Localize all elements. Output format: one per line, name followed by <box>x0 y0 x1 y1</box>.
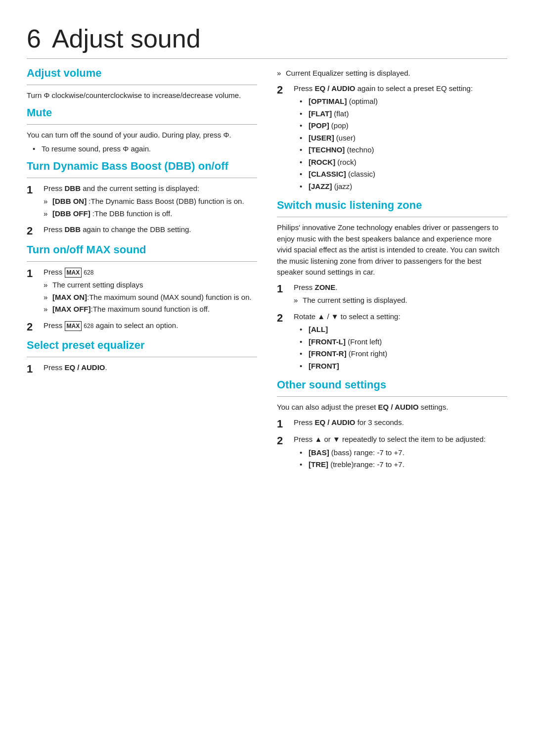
switch-zone-step1-text: Press ZONE. <box>294 283 337 291</box>
max-step1-text: Press MAX 628 <box>44 268 93 276</box>
max-steps: 1 Press MAX 628 The current setting disp… <box>27 267 257 334</box>
list-item: [DBB OFF] :The DBB function is off. <box>44 208 257 220</box>
section-mute: Mute You can turn off the sound of your … <box>27 106 257 155</box>
other-sound-step2-text: Press ▲ or ▼ repeatedly to select the it… <box>294 435 486 443</box>
divider-switch-zone <box>277 217 507 217</box>
section-title-dbb: Turn Dynamic Bass Boost (DBB) on/off <box>27 160 257 173</box>
list-item: [FRONT-R] (Front right) <box>300 348 507 360</box>
list-item: [TECHNO] (techno) <box>300 144 507 156</box>
divider-other-sound <box>277 396 507 397</box>
dbb-steps: 1 Press DBB and the current setting is d… <box>27 183 257 238</box>
step-num-2: 2 <box>277 311 291 326</box>
list-item: [DBB ON] :The Dynamic Bass Boost (DBB) f… <box>44 196 257 207</box>
max-step1-sub: The current setting displays [MAX ON]:Th… <box>44 280 257 315</box>
list-item: To resume sound, press Φ again. <box>33 143 257 155</box>
divider-preset-eq <box>27 357 257 357</box>
switch-zone-step2-text: Rotate ▲ / ▼ to select a setting: <box>294 312 400 321</box>
preset-eq-step-1: 1 Press EQ / AUDIO. <box>27 362 257 377</box>
section-title-preset-eq: Select preset equalizer <box>27 339 257 352</box>
other-sound-step-1: 1 Press EQ / AUDIO for 3 seconds. <box>277 417 507 431</box>
list-item: [FRONT-L] (Front left) <box>300 336 507 348</box>
step-num-1: 1 <box>27 362 41 377</box>
mute-bullets: To resume sound, press Φ again. <box>33 143 257 155</box>
list-item: [OPTIMAL] (optimal) <box>300 96 507 107</box>
section-title-other-sound: Other sound settings <box>277 378 507 391</box>
switch-zone-steps: 1 Press ZONE. The current setting is dis… <box>277 282 507 374</box>
step-num-2: 2 <box>277 434 291 448</box>
section-title-switch-zone: Switch music listening zone <box>277 199 507 212</box>
step-num-1: 1 <box>277 282 291 296</box>
preset-eq-cont-steps: 2 Press EQ / AUDIO again to select a pre… <box>277 83 507 194</box>
divider-dbb <box>27 178 257 178</box>
dbb-step-1: 1 Press DBB and the current setting is d… <box>27 183 257 222</box>
adjust-volume-body: Turn Φ clockwise/counterclockwise to inc… <box>27 90 257 101</box>
step-num-2: 2 <box>277 83 291 97</box>
list-item: [CLASSIC] (classic) <box>300 169 507 180</box>
section-switch-zone: Switch music listening zone Philips' inn… <box>277 199 507 374</box>
list-item: [FRONT] <box>300 361 507 372</box>
list-item: [ALL] <box>300 324 507 335</box>
section-title-mute: Mute <box>27 106 257 119</box>
left-column: Adjust volume Turn Φ clockwise/countercl… <box>27 66 257 756</box>
divider-mute <box>27 124 257 125</box>
list-item: [MAX OFF]:The maximum sound function is … <box>44 304 257 315</box>
section-other-sound: Other sound settings You can also adjust… <box>277 378 507 472</box>
list-item: [POP] (pop) <box>300 120 507 132</box>
preset-eq-cont-step-2: 2 Press EQ / AUDIO again to select a pre… <box>277 83 507 194</box>
list-item: [JAZZ] (jazz) <box>300 181 507 192</box>
max-step-1: 1 Press MAX 628 The current setting disp… <box>27 267 257 317</box>
max-step-2: 2 Press MAX 628 again to select an optio… <box>27 320 257 334</box>
top-divider <box>27 58 507 59</box>
preset-eq-options: [OPTIMAL] (optimal) [FLAT] (flat) [POP] … <box>300 96 507 192</box>
preset-eq-step1-text: Press EQ / AUDIO. <box>44 363 107 372</box>
list-item: Current Equalizer setting is displayed. <box>277 68 507 79</box>
switch-zone-body: Philips' innovative Zone technology enab… <box>277 222 507 278</box>
divider-adjust-volume <box>27 85 257 85</box>
dbb-step2-text: Press DBB again to change the DBB settin… <box>44 225 191 234</box>
mute-body: You can turn off the sound of your audio… <box>27 130 257 141</box>
other-sound-options: [BAS] (bass) range: -7 to +7. [TRE] (tre… <box>300 447 507 471</box>
list-item: [FLAT] (flat) <box>300 108 507 120</box>
other-sound-step1-text: Press EQ / AUDIO for 3 seconds. <box>294 418 404 426</box>
section-preset-eq: Select preset equalizer 1 Press EQ / AUD… <box>27 339 257 377</box>
dbb-step1-text: Press DBB and the current setting is dis… <box>44 184 199 192</box>
other-sound-body: You can also adjust the preset EQ / AUDI… <box>277 402 507 413</box>
section-title-adjust-volume: Adjust volume <box>27 67 257 80</box>
switch-zone-step1-sub: The current setting is displayed. <box>294 295 507 306</box>
step-num-1: 1 <box>27 267 41 281</box>
preset-eq-cont-step2-text: Press EQ / AUDIO again to select a prese… <box>294 84 473 93</box>
step-num-1: 1 <box>27 183 41 197</box>
max-step2-text: Press MAX 628 again to select an option. <box>44 321 178 330</box>
list-item: The current setting is displayed. <box>294 295 507 306</box>
switch-zone-step-1: 1 Press ZONE. The current setting is dis… <box>277 282 507 308</box>
step-num-1: 1 <box>277 417 291 431</box>
section-preset-eq-cont: Current Equalizer setting is displayed. … <box>277 68 507 194</box>
chapter-number: 6 <box>27 24 41 53</box>
section-adjust-volume: Adjust volume Turn Φ clockwise/countercl… <box>27 67 257 101</box>
preset-eq-intro-sub: Current Equalizer setting is displayed. <box>277 68 507 79</box>
section-title-max: Turn on/off MAX sound <box>27 243 257 256</box>
section-dbb: Turn Dynamic Bass Boost (DBB) on/off 1 P… <box>27 160 257 238</box>
other-sound-steps: 1 Press EQ / AUDIO for 3 seconds. 2 Pres… <box>277 417 507 472</box>
other-sound-step-2: 2 Press ▲ or ▼ repeatedly to select the … <box>277 434 507 472</box>
switch-zone-step-2: 2 Rotate ▲ / ▼ to select a setting: [ALL… <box>277 311 507 374</box>
preset-eq-steps: 1 Press EQ / AUDIO. <box>27 362 257 377</box>
list-item: [ROCK] (rock) <box>300 157 507 168</box>
dbb-step-2: 2 Press DBB again to change the DBB sett… <box>27 224 257 238</box>
divider-max <box>27 261 257 262</box>
list-item: [USER] (user) <box>300 133 507 144</box>
step-num-2: 2 <box>27 224 41 238</box>
list-item: [TRE] (treble)range: -7 to +7. <box>300 459 507 471</box>
list-item: [MAX ON]:The maximum sound (MAX sound) f… <box>44 292 257 303</box>
section-max-sound: Turn on/off MAX sound 1 Press MAX 628 Th… <box>27 243 257 334</box>
list-item: The current setting displays <box>44 280 257 291</box>
step-num-2: 2 <box>27 320 41 334</box>
right-column: Current Equalizer setting is displayed. … <box>277 66 507 756</box>
chapter-title: Adjust sound <box>52 24 201 53</box>
list-item: [BAS] (bass) range: -7 to +7. <box>300 447 507 459</box>
switch-zone-options: [ALL] [FRONT-L] (Front left) [FRONT-R] (… <box>300 324 507 372</box>
dbb-step1-sub: [DBB ON] :The Dynamic Bass Boost (DBB) f… <box>44 196 257 219</box>
